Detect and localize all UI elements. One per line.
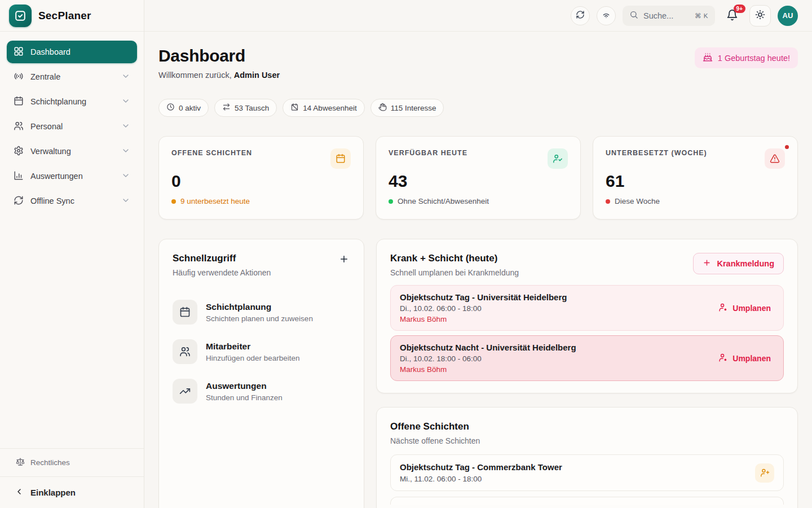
sick-shift-item[interactable]: Objektschutz Nacht - Universität Heidelb… <box>390 335 784 381</box>
sidebar-collapse-button[interactable]: Einklappen <box>0 476 144 508</box>
dashboard-grid-icon <box>14 46 24 58</box>
user-avatar[interactable]: AU <box>778 6 798 26</box>
trending-up-icon <box>173 379 197 404</box>
quick-action-mitarbeiter[interactable]: Mitarbeiter Hinzufügen oder bearbeiten <box>173 339 350 364</box>
welcome-user: Admin User <box>234 71 280 80</box>
connection-status-button[interactable] <box>597 6 616 25</box>
sun-icon <box>755 10 765 21</box>
users-icon <box>173 339 197 364</box>
shift-time: Di., 10.02. 06:00 - 18:00 <box>400 304 567 313</box>
collapse-label: Einklappen <box>30 488 76 497</box>
stat-label: UNTERBESETZT (WOCHE) <box>606 149 785 157</box>
quick-action-subtitle: Stunden und Finanzen <box>206 393 283 402</box>
pill-label: 14 Abwesenheit <box>303 104 356 112</box>
notifications-button[interactable]: 9+ <box>726 9 738 23</box>
topbar: Suche... ⌘ K 9+ AU <box>144 0 812 32</box>
search-input[interactable]: Suche... ⌘ K <box>623 6 715 26</box>
quick-action-title: Mitarbeiter <box>206 341 300 352</box>
stat-note: 9 unterbesetzt heute <box>171 197 351 205</box>
legal-label: Rechtliches <box>30 458 70 467</box>
sick-shifts-card: Krank + Schicht (heute) Schnell umplanen… <box>376 239 798 393</box>
users-icon <box>14 121 24 133</box>
sidebar-item-auswertungen[interactable]: Auswertungen <box>7 165 137 187</box>
sidebar-item-offline-sync[interactable]: Offline Sync <box>7 190 137 212</box>
open-shifts-card: Offene Schichten Nächste offene Schichte… <box>376 407 798 508</box>
search-icon <box>629 10 638 21</box>
dashboard-grid: Schnellzugriff Häufig verwendete Aktione… <box>158 239 798 508</box>
pill-tausch[interactable]: 53 Tausch <box>214 99 277 117</box>
quick-action-title: Schichtplanung <box>206 302 313 312</box>
calendar-off-icon <box>290 103 299 113</box>
pill-label: 0 aktiv <box>179 104 201 112</box>
sidebar-item-rechtliches[interactable]: Rechtliches <box>0 448 144 476</box>
refresh-icon <box>576 10 585 21</box>
stat-note: Ohne Schicht/Abwesenheit <box>389 197 568 205</box>
birthday-badge[interactable]: 1 Geburtstag heute! <box>695 47 798 68</box>
stat-card-verfuegbar-heute[interactable]: VERFÜGBAR HEUTE 43 Ohne Schicht/Abwesenh… <box>376 136 581 220</box>
user-cog-icon <box>718 303 728 314</box>
quick-action-list: Schichtplanung Schichten planen und zuwe… <box>173 300 350 404</box>
pill-label: 53 Tausch <box>235 104 269 112</box>
chevron-down-icon <box>121 171 130 182</box>
krankmeldung-label: Krankmeldung <box>717 259 774 268</box>
clock-icon <box>166 103 175 113</box>
user-cog-icon <box>718 353 728 364</box>
stat-label: VERFÜGBAR HEUTE <box>389 149 568 157</box>
open-shifts-subtitle: Nächste offene Schichten <box>390 436 784 445</box>
open-shift-item-partial <box>390 497 784 505</box>
stat-note-text: Diese Woche <box>615 197 660 205</box>
status-dot <box>171 199 176 204</box>
sick-shifts-subtitle: Schnell umplanen bei Krankmeldung <box>390 268 519 277</box>
stat-card-offene-schichten[interactable]: OFFENE SCHICHTEN 0 9 unterbesetzt heute <box>158 136 364 220</box>
theme-toggle-button[interactable] <box>749 5 771 27</box>
pill-abwesenheit[interactable]: 14 Abwesenheit <box>283 99 364 117</box>
umplanen-label: Umplanen <box>732 304 771 313</box>
quick-action-schichtplanung[interactable]: Schichtplanung Schichten planen und zuwe… <box>173 300 350 325</box>
chevron-down-icon <box>121 72 130 82</box>
sidebar-item-label: Auswertungen <box>30 172 114 181</box>
sick-shifts-title: Krank + Schicht (heute) <box>390 253 519 264</box>
user-check-icon <box>548 148 568 169</box>
swap-arrows-icon <box>222 103 231 113</box>
stat-cards: OFFENE SCHICHTEN 0 9 unterbesetzt heute … <box>158 136 798 220</box>
quick-action-title: Auswertungen <box>206 381 283 391</box>
quick-action-auswertungen[interactable]: Auswertungen Stunden und Finanzen <box>173 379 350 404</box>
quick-access-title: Schnellzugriff <box>173 253 271 264</box>
sidebar-item-dashboard[interactable]: Dashboard <box>7 41 137 63</box>
user-plus-icon[interactable] <box>755 463 774 483</box>
alert-triangle-icon <box>765 148 785 169</box>
status-dot <box>606 199 610 204</box>
umplanen-button[interactable]: Umplanen <box>718 353 771 364</box>
sidebar-item-personal[interactable]: Personal <box>7 115 137 138</box>
app-name: SecPlaner <box>38 10 91 22</box>
add-quick-action-button[interactable] <box>337 252 351 268</box>
bar-chart-icon <box>14 170 24 182</box>
quick-access-card: Schnellzugriff Häufig verwendete Aktione… <box>158 239 364 508</box>
open-shift-item[interactable]: Objektschutz Tag - Commerzbank Tower Mi.… <box>390 454 784 491</box>
stat-value: 43 <box>389 172 568 191</box>
refresh-button[interactable] <box>571 6 590 25</box>
sidebar-footer: Rechtliches Einklappen <box>0 448 144 508</box>
shift-time: Di., 10.02. 18:00 - 06:00 <box>400 354 576 363</box>
sidebar-item-schichtplanung[interactable]: Schichtplanung <box>7 90 137 113</box>
umplanen-button[interactable]: Umplanen <box>718 303 771 314</box>
stat-card-unterbesetzt-woche[interactable]: UNTERBESETZT (WOCHE) 61 Diese Woche <box>593 136 798 220</box>
plus-icon <box>703 259 711 269</box>
pill-aktiv[interactable]: 0 aktiv <box>158 99 209 117</box>
sidebar-item-verwaltung[interactable]: Verwaltung <box>7 140 137 163</box>
sick-shift-item[interactable]: Objektschutz Tag - Universität Heidelber… <box>390 285 784 331</box>
main-area: Suche... ⌘ K 9+ AU Dashboard Willkommen … <box>144 0 812 508</box>
sidebar-item-zentrale[interactable]: Zentrale <box>7 65 137 88</box>
shift-title: Objektschutz Nacht - Universität Heidelb… <box>400 343 576 352</box>
sidebar-item-label: Offline Sync <box>30 196 114 205</box>
page-title: Dashboard <box>158 46 280 65</box>
pill-interesse[interactable]: 115 Interesse <box>370 99 444 117</box>
krankmeldung-button[interactable]: Krankmeldung <box>693 253 784 274</box>
calendar-icon <box>173 300 197 325</box>
sidebar: SecPlaner Dashboard Zentrale Schichtplan… <box>0 0 144 508</box>
stat-value: 61 <box>606 172 785 191</box>
quick-action-subtitle: Hinzufügen oder bearbeiten <box>206 354 300 362</box>
chevron-down-icon <box>121 97 130 107</box>
gear-icon <box>14 146 24 157</box>
bell-icon <box>726 14 738 23</box>
